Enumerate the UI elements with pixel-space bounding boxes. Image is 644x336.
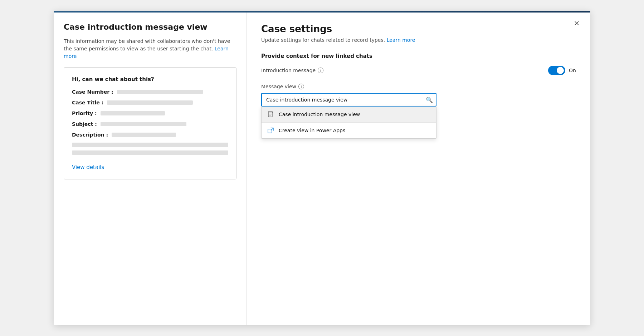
- preview-field-label-case-number: Case Number :: [72, 89, 113, 95]
- preview-view-details-link[interactable]: View details: [72, 164, 104, 171]
- preview-extra-bar-2: [72, 150, 228, 155]
- toggle-label: On: [569, 68, 576, 73]
- external-link-icon: [267, 127, 274, 134]
- preview-description-bars: [72, 143, 228, 155]
- preview-field-bar-case-title: [107, 100, 193, 105]
- preview-field-case-title: Case Title :: [72, 100, 228, 105]
- panel-subtitle: Update settings for chats related to rec…: [261, 37, 576, 43]
- dropdown-item-create-view[interactable]: Create view in Power Apps: [262, 123, 436, 138]
- message-view-label-row: Message view i: [261, 84, 576, 89]
- preview-field-description: Description :: [72, 132, 228, 138]
- message-view-dropdown: Case introduction message view Create vi…: [261, 107, 436, 139]
- preview-field-bar-description: [112, 133, 176, 137]
- preview-field-subject: Subject :: [72, 121, 228, 127]
- panel-learn-more-link[interactable]: Learn more: [387, 37, 415, 43]
- preview-field-case-number: Case Number :: [72, 89, 228, 95]
- preview-field-bar-priority: [101, 111, 165, 115]
- section-heading: Provide context for new linked chats: [261, 53, 576, 59]
- toggle-container: On: [548, 66, 576, 75]
- preview-field-label-priority: Priority :: [72, 110, 97, 116]
- close-button[interactable]: ×: [571, 17, 582, 29]
- left-panel: Case introduction message view This info…: [54, 11, 247, 325]
- panel-title: Case settings: [261, 24, 576, 34]
- dropdown-item-create-view-label: Create view in Power Apps: [279, 128, 345, 133]
- right-panel: × Case settings Update settings for chat…: [247, 11, 590, 325]
- svg-rect-5: [268, 129, 272, 133]
- introduction-message-info-icon[interactable]: i: [318, 68, 323, 73]
- left-panel-title: Case introduction message view: [64, 22, 236, 33]
- search-icon[interactable]: 🔍: [426, 97, 433, 103]
- preview-greeting: Hi, can we chat about this?: [72, 76, 228, 83]
- preview-field-bar-subject: [101, 122, 186, 126]
- message-view-info-icon[interactable]: i: [298, 84, 304, 89]
- dropdown-item-case-intro-label: Case introduction message view: [279, 112, 360, 117]
- introduction-message-row: Introduction message i On: [261, 66, 576, 75]
- document-icon: [267, 111, 274, 118]
- preview-field-bar-case-number: [117, 90, 203, 94]
- preview-field-priority: Priority :: [72, 110, 228, 116]
- introduction-message-toggle[interactable]: [548, 66, 565, 75]
- message-view-search-wrapper: 🔍 Case introduction message view: [261, 93, 436, 107]
- preview-field-label-subject: Subject :: [72, 121, 97, 127]
- preview-extra-bar-1: [72, 143, 228, 147]
- message-view-search-input[interactable]: [261, 93, 436, 107]
- preview-card: Hi, can we chat about this? Case Number …: [64, 67, 236, 179]
- preview-field-label-case-title: Case Title :: [72, 100, 103, 105]
- toggle-knob: [557, 67, 564, 74]
- preview-fields-section: Case Number : Case Title : Priority : Su…: [72, 89, 228, 155]
- introduction-message-label: Introduction message i: [261, 68, 323, 73]
- preview-field-label-description: Description :: [72, 132, 108, 138]
- left-panel-description: This information may be shared with coll…: [64, 38, 236, 60]
- dropdown-item-case-intro[interactable]: Case introduction message view: [262, 107, 436, 122]
